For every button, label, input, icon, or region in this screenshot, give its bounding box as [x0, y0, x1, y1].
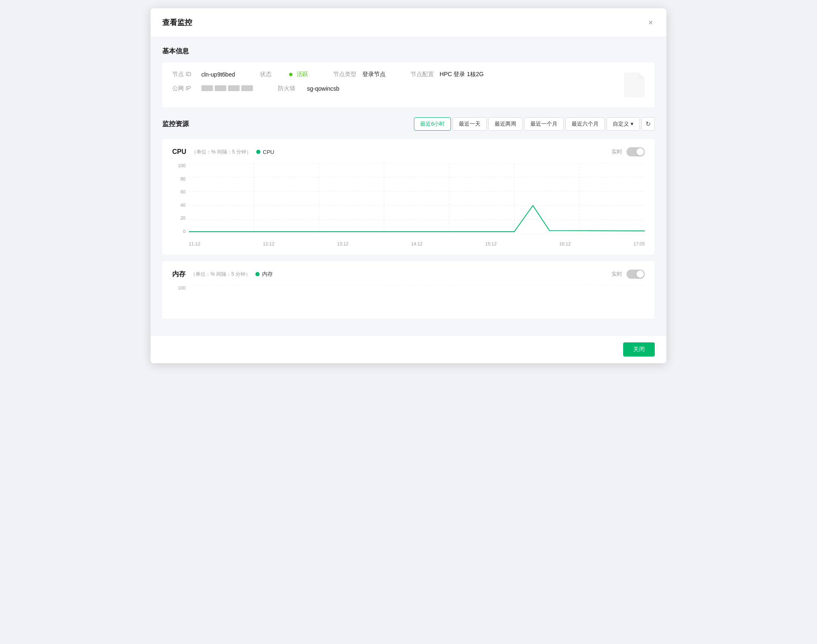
memory-realtime-toggle[interactable]: [626, 270, 645, 279]
modal-header: 查看监控 ×: [151, 8, 666, 37]
firewall-value: sg-qowincsb: [307, 85, 339, 92]
memory-realtime-group: 实时: [612, 270, 645, 279]
time-filters: 最近6小时 最近一天 最近两周 最近一个月 最近六个月 自定义 ▾ ↻: [414, 117, 655, 131]
cpu-chart-svg: [189, 163, 645, 234]
cpu-x-axis: 11:12 12:12 13:12 14:12 15:12 16:12 17:0…: [189, 235, 645, 246]
memory-y-axis: 100: [172, 285, 188, 310]
node-id-value: cln-up9t6bed: [201, 71, 235, 78]
ip-block-1: [201, 85, 213, 91]
memory-chart-area: 100: [172, 285, 645, 310]
x-label-1312: 13:12: [337, 241, 349, 246]
cpu-chart-meta: （单位：% 间隔：5 分钟）: [191, 149, 251, 156]
memory-legend-dot: [255, 272, 260, 276]
ip-block-3: [228, 85, 240, 91]
ip-block-4: [241, 85, 253, 91]
memory-chart-svg: [189, 285, 645, 298]
y-label-0: 0: [183, 229, 188, 234]
cpu-realtime-label: 实时: [612, 148, 622, 156]
node-type-value: 登录节点: [362, 71, 386, 78]
cpu-y-axis: 100 80 60 40 20 0: [172, 163, 188, 234]
memory-legend-label: 内存: [262, 270, 273, 278]
memory-chart-meta: （单位：% 间隔：5 分钟）: [191, 271, 250, 278]
cpu-realtime-group: 实时: [612, 147, 645, 156]
close-icon[interactable]: ×: [646, 17, 655, 28]
y-label-80: 80: [181, 176, 188, 181]
cpu-chart-area: 100 80 60 40 20 0: [172, 163, 645, 246]
x-label-1212: 12:12: [263, 241, 275, 246]
firewall-label: 防火墙: [278, 85, 307, 92]
memory-realtime-label: 实时: [612, 270, 622, 278]
x-label-1112: 11:12: [189, 241, 201, 246]
memory-chart-plot: [189, 285, 645, 298]
modal-container: 查看监控 × 基本信息 节点 ID cln-up9t6bed 状态 活跃 节点类…: [151, 8, 666, 363]
memory-legend: 内存: [255, 270, 273, 278]
y-label-100: 100: [178, 163, 188, 168]
node-id-row: 节点 ID cln-up9t6bed 状态 活跃 节点类型 登录节点 节点配置 …: [172, 71, 645, 78]
x-label-1705: 17:05: [633, 241, 645, 246]
modal-footer: 关闭: [151, 335, 666, 363]
node-id-label: 节点 ID: [172, 71, 201, 78]
status-text: 活跃: [297, 71, 308, 77]
filter-6m[interactable]: 最近六个月: [565, 117, 605, 131]
status-value: 活跃: [289, 71, 308, 78]
modal-body: 基本信息 节点 ID cln-up9t6bed 状态 活跃 节点类型 登录节点 …: [151, 37, 666, 335]
public-ip-value: [201, 85, 253, 92]
cpu-legend-label: CPU: [263, 149, 274, 155]
y-label-40: 40: [181, 203, 188, 208]
refresh-button[interactable]: ↻: [641, 117, 655, 131]
memory-chart-card: 内存 （单位：% 间隔：5 分钟） 内存 实时 100: [162, 261, 655, 319]
y-label-60: 60: [181, 189, 188, 194]
ip-block-2: [215, 85, 226, 91]
filter-custom[interactable]: 自定义 ▾: [607, 117, 640, 131]
node-config-label: 节点配置: [411, 71, 440, 78]
monitoring-title: 监控资源: [162, 120, 189, 129]
ip-mask: [201, 85, 253, 91]
filter-1m[interactable]: 最近一个月: [524, 117, 564, 131]
public-ip-row: 公网 IP 防火墙 sg-qowincsb: [172, 85, 645, 92]
memory-title-group: 内存 （单位：% 间隔：5 分钟） 内存: [172, 270, 273, 279]
basic-info-title: 基本信息: [162, 47, 655, 56]
memory-y-label-100: 100: [178, 285, 188, 290]
modal-title: 查看监控: [162, 17, 192, 27]
status-dot: [289, 73, 292, 76]
cpu-legend-dot: [256, 150, 260, 154]
monitoring-header: 监控资源 最近6小时 最近一天 最近两周 最近一个月 最近六个月 自定义 ▾ ↻: [162, 117, 655, 131]
memory-chart-title: 内存: [172, 270, 186, 279]
filter-2w[interactable]: 最近两周: [488, 117, 522, 131]
public-ip-label: 公网 IP: [172, 85, 201, 92]
cpu-legend: CPU: [256, 149, 274, 155]
node-config-value: HPC 登录 1核2G: [440, 71, 484, 78]
x-label-1412: 14:12: [411, 241, 423, 246]
cpu-chart-header: CPU （单位：% 间隔：5 分钟） CPU 实时: [172, 147, 645, 156]
cpu-realtime-toggle[interactable]: [626, 147, 645, 156]
cpu-chart-title: CPU: [172, 148, 186, 156]
close-action-button[interactable]: 关闭: [623, 342, 655, 357]
filter-1d[interactable]: 最近一天: [453, 117, 487, 131]
cpu-chart-plot: [189, 163, 645, 234]
cpu-title-group: CPU （单位：% 间隔：5 分钟） CPU: [172, 148, 274, 156]
filter-6h[interactable]: 最近6小时: [414, 117, 451, 131]
basic-info-card: 节点 ID cln-up9t6bed 状态 活跃 节点类型 登录节点 节点配置 …: [162, 62, 655, 107]
memory-chart-header: 内存 （单位：% 间隔：5 分钟） 内存 实时: [172, 270, 645, 279]
status-label: 状态: [260, 71, 289, 78]
node-type-label: 节点类型: [333, 71, 362, 78]
y-label-20: 20: [181, 215, 188, 220]
cpu-chart-card: CPU （单位：% 间隔：5 分钟） CPU 实时 100 80: [162, 139, 655, 255]
document-icon: [624, 72, 645, 97]
x-label-1612: 16:12: [559, 241, 571, 246]
x-label-1512: 15:12: [485, 241, 497, 246]
